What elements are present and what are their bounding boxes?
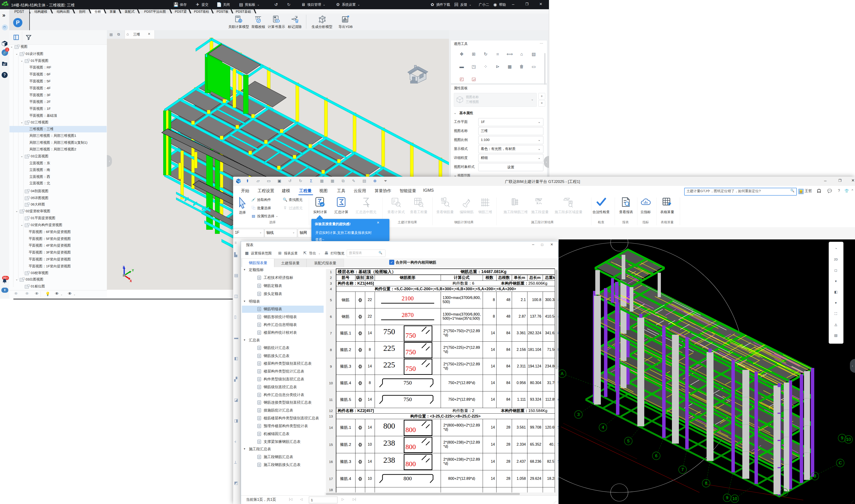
svg-text:6: 6 (655, 453, 658, 458)
svg-text:4: 4 (602, 425, 604, 430)
svg-text:10: 10 (846, 437, 851, 442)
svg-text:9: 9 (726, 495, 729, 500)
svg-text:YDB: YDB (343, 19, 347, 22)
svg-text:8: 8 (705, 481, 708, 486)
svg-text:A: A (561, 371, 564, 376)
svg-text:C: C (839, 461, 842, 465)
svg-text:A: A (783, 490, 786, 494)
svg-text:5: 5 (627, 438, 630, 443)
svg-text:10: 10 (732, 496, 737, 501)
svg-text:B: B (814, 473, 817, 479)
svg-text:7: 7 (681, 467, 684, 472)
svg-text:3: 3 (577, 412, 580, 417)
svg-text:9: 9 (841, 435, 843, 440)
